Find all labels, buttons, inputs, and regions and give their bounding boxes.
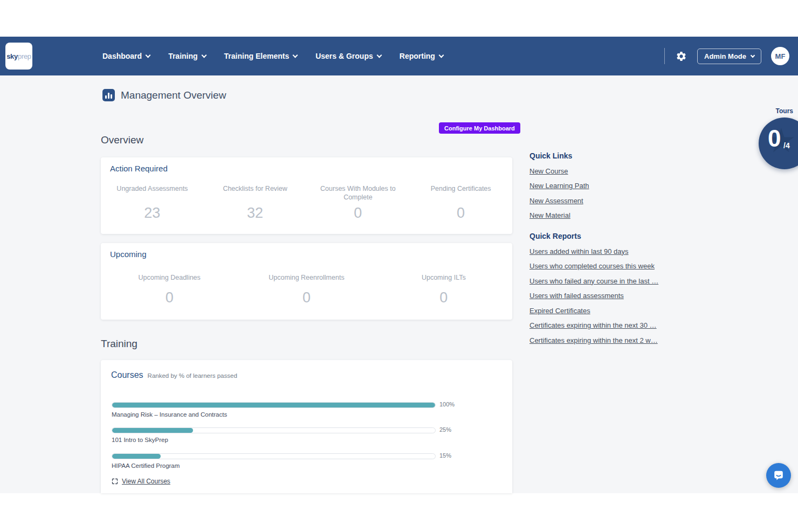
chat-launcher[interactable]: [766, 463, 791, 488]
bar-track: [112, 453, 436, 459]
link-new-material[interactable]: New Material: [529, 211, 653, 219]
chevron-down-icon: [376, 52, 382, 58]
stat-value: 23: [101, 205, 204, 222]
stat-upcoming-deadlines: Upcoming Deadlines 0: [101, 273, 238, 306]
link-new-learning-path[interactable]: New Learning Path: [529, 182, 653, 190]
chevron-down-icon: [146, 52, 151, 58]
tours-label: Tours: [744, 107, 793, 115]
avatar-initials: MF: [775, 52, 786, 60]
user-avatar[interactable]: MF: [771, 47, 789, 65]
quick-reports-heading: Quick Reports: [529, 232, 653, 240]
messenger-bubble-icon: [773, 469, 785, 481]
navbar-right: Admin Mode MF: [664, 37, 789, 75]
page: skyprep Dashboard Training Training Elem…: [0, 0, 798, 532]
course-name: 101 Intro to SkyPrep: [112, 437, 450, 443]
stat-value: 0: [375, 289, 512, 306]
top-navbar: skyprep Dashboard Training Training Elem…: [0, 37, 798, 75]
training-heading: Training: [101, 338, 137, 350]
admin-mode-dropdown[interactable]: Admin Mode: [697, 49, 761, 64]
bar-fill: [112, 428, 193, 433]
navbar-divider: [664, 48, 665, 64]
main-nav: Dashboard Training Training Elements Use…: [102, 52, 443, 60]
nav-item-dashboard[interactable]: Dashboard: [102, 52, 150, 60]
stat-label: Upcoming Reenrollments: [263, 273, 349, 282]
stat-label: Courses With Modules to Complete: [315, 184, 401, 202]
action-required-card: Action Required Ungraded Assessments 23 …: [101, 157, 512, 234]
bar-track: [112, 402, 436, 408]
nav-item-label: Dashboard: [102, 52, 142, 60]
nav-item-label: Users & Groups: [315, 52, 373, 60]
stat-value: 0: [101, 289, 238, 306]
report-certificates-expiring-30[interactable]: Certificates expiring within the next 30…: [529, 321, 653, 329]
nav-item-label: Reporting: [400, 52, 435, 60]
report-users-completed-week[interactable]: Users who completed courses this week: [529, 262, 653, 270]
card-title: Upcoming: [110, 250, 147, 259]
chevron-down-icon: [293, 52, 298, 58]
stat-courses-modules: Courses With Modules to Complete 0: [307, 184, 410, 222]
bar-chart-icon: [102, 89, 115, 101]
overview-heading: Overview: [101, 134, 143, 146]
course-name: Managing Risk – Insurance and Contracts: [112, 411, 450, 418]
stat-upcoming-reenrollments: Upcoming Reenrollments 0: [238, 273, 375, 306]
stat-pending-certificates: Pending Certificates 0: [409, 184, 512, 222]
quick-links-section: Quick Links New Course New Learning Path…: [529, 151, 653, 219]
report-users-added-90-days[interactable]: Users added within last 90 days: [529, 247, 653, 255]
link-new-assessment[interactable]: New Assessment: [529, 197, 653, 205]
stat-value: 0: [409, 205, 512, 222]
stat-label: Pending Certificates: [418, 184, 504, 193]
courses-card-subtitle: Ranked by % of learners passed: [148, 372, 237, 379]
courses-card-title: Courses: [111, 370, 143, 380]
stat-value: 0: [238, 289, 375, 306]
stat-label: Upcoming ILTs: [401, 273, 487, 282]
bar-percent: 100%: [439, 401, 455, 407]
upcoming-card: Upcoming Upcoming Deadlines 0 Upcoming R…: [101, 243, 512, 320]
stat-label: Ungraded Assessments: [109, 184, 195, 193]
view-all-courses[interactable]: View All Courses: [112, 478, 170, 485]
card-title: Action Required: [110, 164, 168, 173]
quick-links-heading: Quick Links: [529, 151, 653, 160]
bar-fill: [112, 403, 435, 407]
bar-track: [112, 427, 436, 433]
admin-mode-label: Admin Mode: [704, 52, 746, 60]
expand-icon: [112, 478, 118, 485]
bar-fill: [112, 454, 161, 459]
chevron-down-icon: [201, 52, 207, 58]
tours-count: 0: [768, 125, 781, 152]
course-bar-row: 25% 101 Intro to SkyPrep: [112, 427, 450, 443]
page-title-row: Management Overview: [102, 89, 226, 101]
nav-item-training[interactable]: Training: [168, 52, 205, 60]
stat-ungraded-assessments: Ungraded Assessments 23: [101, 184, 204, 222]
nav-item-reporting[interactable]: Reporting: [400, 52, 443, 60]
report-expired-certificates[interactable]: Expired Certificates: [529, 307, 653, 315]
skyprep-logo[interactable]: skyprep: [5, 43, 32, 70]
nav-item-training-elements[interactable]: Training Elements: [224, 52, 298, 60]
report-users-failed-course[interactable]: Users who failed any course in the last …: [529, 277, 653, 285]
stat-label: Upcoming Deadlines: [126, 273, 212, 282]
bar-percent: 25%: [439, 426, 451, 433]
link-new-course[interactable]: New Course: [529, 167, 653, 175]
nav-item-users-groups[interactable]: Users & Groups: [315, 52, 381, 60]
course-bar-row: 100% Managing Risk – Insurance and Contr…: [112, 402, 450, 418]
stat-checklists-review: Checklists for Review 32: [204, 184, 307, 222]
configure-dashboard-button[interactable]: Configure My Dashboard: [439, 122, 520, 134]
courses-card: Courses Ranked by % of learners passed 1…: [101, 360, 512, 493]
chevron-down-icon: [438, 52, 444, 58]
bar-percent: 15%: [439, 452, 451, 459]
report-users-failed-assessments[interactable]: Users with failed assessments: [529, 292, 653, 300]
stat-upcoming-ilts: Upcoming ILTs 0: [375, 273, 512, 306]
nav-item-label: Training: [168, 52, 197, 60]
stat-value: 0: [307, 205, 410, 222]
view-all-courses-link[interactable]: View All Courses: [122, 478, 170, 485]
tours-total: /4: [783, 141, 790, 150]
chevron-down-icon: [751, 53, 755, 57]
course-name: HIPAA Certified Program: [112, 462, 450, 469]
stat-label: Checklists for Review: [212, 184, 298, 193]
gear-icon[interactable]: [675, 50, 687, 63]
report-certificates-expiring-2w[interactable]: Certificates expiring within the next 2 …: [529, 336, 653, 344]
course-bar-row: 15% HIPAA Certified Program: [112, 453, 450, 469]
quick-reports-section: Quick Reports Users added within last 90…: [529, 232, 653, 344]
skyprep-logo-text: skyprep: [6, 52, 31, 60]
stat-value: 32: [204, 205, 307, 222]
nav-item-label: Training Elements: [224, 52, 290, 60]
page-title: Management Overview: [121, 89, 226, 101]
